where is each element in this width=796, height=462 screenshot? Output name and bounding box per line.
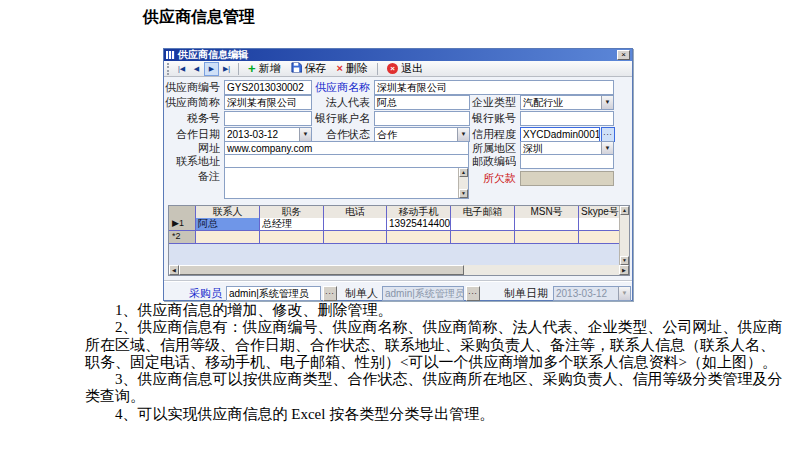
add-button-label: 新增 bbox=[259, 61, 281, 76]
add-icon: + bbox=[248, 63, 256, 74]
delete-icon: × bbox=[337, 63, 343, 74]
scroll-right-icon[interactable]: ▶ bbox=[619, 265, 629, 275]
tax-no-field[interactable] bbox=[224, 111, 312, 126]
toolbar-separator bbox=[238, 63, 239, 75]
scroll-down-icon[interactable]: ▼ bbox=[620, 256, 629, 265]
dialog-toolbar: |◀ ◀ ▶ ▶| + 新增 保存 × 删除 × 退出 bbox=[164, 61, 632, 77]
save-button[interactable]: 保存 bbox=[286, 61, 332, 76]
last-record-button[interactable]: ▶| bbox=[219, 62, 234, 76]
prev-record-button[interactable]: ◀ bbox=[189, 62, 204, 76]
cell-msn[interactable] bbox=[515, 218, 579, 231]
coop-date-label: 合作日期 bbox=[164, 127, 220, 142]
cell-email[interactable] bbox=[451, 218, 515, 231]
first-record-button[interactable]: |◀ bbox=[174, 62, 189, 76]
cell-mobile[interactable]: 13925414400 bbox=[387, 218, 451, 231]
company-type-value: 汽配行业 bbox=[523, 97, 563, 108]
debt-field bbox=[520, 171, 614, 186]
cell-contact[interactable]: 阿总 bbox=[196, 218, 260, 231]
coop-status-combobox[interactable]: 合作▼ bbox=[374, 127, 470, 142]
cell-title[interactable] bbox=[260, 231, 324, 244]
cell-email[interactable] bbox=[451, 231, 515, 244]
postcode-label: 邮政编码 bbox=[470, 154, 516, 169]
scroll-up-icon[interactable]: ▲ bbox=[620, 206, 629, 215]
short-name-label: 供应商简称 bbox=[164, 95, 220, 110]
supplier-edit-dialog: 供应商信息编辑 × |◀ ◀ ▶ ▶| + 新增 保存 × 删除 bbox=[163, 48, 633, 301]
dialog-titlebar[interactable]: 供应商信息编辑 × bbox=[164, 49, 632, 61]
grid-horizontal-scrollbar[interactable]: ◀ ▶ bbox=[169, 265, 629, 275]
buyer-label: 采购员 bbox=[178, 286, 222, 301]
cell-phone[interactable] bbox=[324, 218, 387, 231]
close-icon[interactable]: × bbox=[617, 50, 630, 60]
make-date-label: 制单日期 bbox=[500, 286, 548, 301]
address-label: 联系地址 bbox=[164, 154, 220, 169]
delete-button[interactable]: × 删除 bbox=[332, 61, 373, 76]
postcode-field[interactable] bbox=[520, 154, 614, 169]
company-type-combobox[interactable]: 汽配行业▼ bbox=[520, 95, 614, 110]
cell-msn[interactable] bbox=[515, 231, 579, 244]
save-icon bbox=[291, 62, 302, 75]
bank-name-field[interactable] bbox=[374, 111, 470, 126]
doc-paragraph: 4、可以实现供应商信息的 Excel 按各类型分类导出管理。 bbox=[85, 406, 787, 423]
add-button[interactable]: + 新增 bbox=[243, 61, 286, 76]
contact-row: ▶1 阿总 总经理 13925414400 bbox=[169, 218, 621, 231]
cell-contact[interactable] bbox=[196, 231, 260, 244]
supplier-no-label: 供应商编号 bbox=[164, 80, 220, 95]
exit-button-label: 退出 bbox=[401, 61, 423, 76]
cell-title[interactable]: 总经理 bbox=[260, 218, 324, 231]
legal-rep-label: 法人代表 bbox=[314, 95, 370, 110]
coop-status-label: 合作状态 bbox=[314, 127, 370, 142]
buyer-browse-button[interactable]: ... bbox=[323, 286, 337, 301]
next-record-button[interactable]: ▶ bbox=[204, 62, 219, 76]
toolbar-separator bbox=[377, 63, 378, 75]
maker-browse-button[interactable]: ... bbox=[466, 286, 480, 301]
bank-no-label: 银行账号 bbox=[470, 111, 516, 126]
tax-no-label: 税务号 bbox=[164, 111, 220, 126]
description-text: 1、供应商信息的增加、修改、删除管理。 2、供应商信息有：供应商编号、供应商名称… bbox=[85, 302, 787, 423]
remark-textarea[interactable]: ▲ ▼ bbox=[224, 167, 469, 199]
contact-new-row: *2 bbox=[169, 231, 621, 244]
coop-date-picker[interactable]: 2013-03-12▼ bbox=[224, 127, 312, 142]
grid-vertical-scrollbar[interactable]: ▲ ▼ bbox=[619, 206, 629, 265]
cell-skype[interactable] bbox=[579, 231, 621, 244]
credit-browse-button[interactable]: ... bbox=[601, 127, 615, 142]
maker-field: admin|系统管理员 bbox=[382, 286, 464, 301]
doc-paragraph: 1、供应商信息的增加、修改、删除管理。 bbox=[85, 302, 787, 319]
dropdown-arrow-icon: ▼ bbox=[618, 286, 631, 301]
page-title: 供应商信息管理 bbox=[143, 7, 255, 28]
exit-icon: × bbox=[387, 63, 398, 74]
supplier-no-field[interactable]: GYS2013030002 bbox=[224, 80, 312, 95]
make-date-value: 2013-03-12 bbox=[556, 288, 607, 299]
document-page: 供应商信息管理 供应商信息编辑 × |◀ ◀ ▶ ▶| + 新增 保存 × bbox=[0, 0, 796, 462]
credit-label: 信用程度 bbox=[470, 127, 516, 142]
dialog-title: 供应商信息编辑 bbox=[178, 49, 248, 61]
scrollbar-thumb[interactable] bbox=[179, 265, 464, 275]
scroll-down-icon[interactable]: ▼ bbox=[459, 189, 468, 198]
dropdown-arrow-icon[interactable]: ▼ bbox=[299, 127, 312, 142]
company-type-label: 企业类型 bbox=[470, 95, 516, 110]
bank-no-field[interactable] bbox=[520, 111, 614, 126]
cell-mobile[interactable] bbox=[387, 231, 451, 244]
supplier-name-label: 供应商名称 bbox=[314, 80, 370, 95]
supplier-name-field[interactable]: 深圳某有限公司 bbox=[374, 80, 614, 95]
row-marker[interactable]: *2 bbox=[169, 231, 196, 244]
debt-label: 所欠款 bbox=[464, 171, 516, 186]
doc-paragraph: 3、供应商信息可以按供应商类型、合作状态、供应商所在地区、采购负责人、信用等级分… bbox=[85, 371, 787, 406]
dialog-icon bbox=[166, 51, 175, 59]
coop-date-value: 2013-03-12 bbox=[227, 129, 278, 140]
maker-label: 制单人 bbox=[340, 286, 378, 301]
delete-button-label: 删除 bbox=[346, 61, 368, 76]
scroll-left-icon[interactable]: ◀ bbox=[169, 265, 179, 275]
row-marker[interactable]: ▶1 bbox=[169, 218, 196, 231]
exit-button[interactable]: × 退出 bbox=[382, 61, 428, 76]
short-name-field[interactable]: 深圳某有限公司 bbox=[224, 95, 312, 110]
contacts-grid: 联系人 职务 电话 移动手机 电子邮箱 MSN号 Skype号 ▶1 阿总 总经… bbox=[168, 205, 630, 276]
coop-status-value: 合作 bbox=[377, 129, 397, 140]
dropdown-arrow-icon[interactable]: ▼ bbox=[601, 95, 614, 110]
cell-skype[interactable] bbox=[579, 218, 621, 231]
legal-rep-field[interactable]: 阿总 bbox=[374, 95, 470, 110]
credit-field[interactable]: XYCDadmin0001|A bbox=[520, 127, 600, 142]
remark-label: 备注 bbox=[164, 169, 220, 184]
dropdown-arrow-icon[interactable]: ▼ bbox=[457, 127, 470, 142]
cell-phone[interactable] bbox=[324, 231, 387, 244]
buyer-field[interactable]: admin|系统管理员 bbox=[226, 286, 321, 301]
